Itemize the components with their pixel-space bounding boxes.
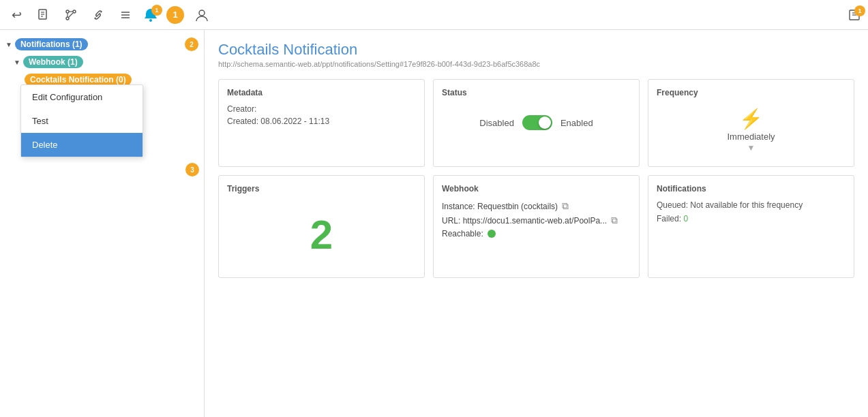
failed-label: Failed:	[657, 214, 681, 223]
back-icon[interactable]: ↩	[7, 5, 26, 25]
failed-count: 0	[683, 214, 688, 223]
lightning-icon: ⚡	[739, 110, 763, 129]
context-edit[interactable]: Edit Configuration	[21, 85, 143, 109]
triggers-panel: Triggers 2	[218, 175, 425, 278]
svg-point-14	[199, 10, 205, 16]
notification-count-badge: 1	[151, 5, 162, 16]
copy-instance-icon[interactable]: ⧉	[562, 200, 569, 212]
svg-point-6	[66, 17, 69, 20]
context-delete[interactable]: Delete	[21, 133, 143, 157]
reachable-label: Reachable:	[442, 229, 483, 238]
webhook-panel-title: Webhook	[442, 184, 631, 194]
branch-icon[interactable]	[61, 5, 80, 25]
notification-bell-icon[interactable]: 1	[143, 7, 158, 22]
toolbar-right: 1	[848, 8, 861, 22]
sidebar-step3-badge: 3	[185, 163, 199, 176]
dropdown-arrow-icon[interactable]: ▼	[747, 143, 755, 153]
frequency-label: Immediately	[727, 132, 775, 142]
notifications-panel-title: Notifications	[657, 184, 845, 194]
notifications-tag[interactable]: Notifications (1)	[15, 38, 88, 50]
trigger-count: 2	[227, 200, 416, 269]
context-test[interactable]: Test	[21, 109, 143, 133]
user-icon[interactable]	[192, 5, 211, 25]
sidebar-item-webhook[interactable]: ▼ Webhook (1)	[0, 53, 204, 71]
url-label: URL: https://docu1.semantic-web.at/PoolP…	[442, 216, 607, 226]
document-icon[interactable]	[34, 5, 53, 25]
right-badge-icon: 1	[848, 8, 861, 22]
frequency-panel-title: Frequency	[657, 88, 845, 97]
main-layout: ▼ Notifications (1) 2 ▼ Webhook (1) Cock…	[0, 30, 868, 417]
status-panel: Status Disabled Enabled	[433, 79, 640, 167]
sidebar: ▼ Notifications (1) 2 ▼ Webhook (1) Cock…	[0, 30, 205, 417]
queued-text: Queued: Not available for this frequency	[657, 200, 845, 210]
webhook-tag[interactable]: Webhook (1)	[23, 56, 83, 68]
bottom-panels-row: Triggers 2 Webhook Instance: Requestbin …	[218, 175, 854, 278]
frequency-panel: Frequency ⚡ Immediately ▼	[648, 79, 854, 167]
webhook-arrow: ▼	[14, 59, 20, 66]
creator-row: Creator:	[227, 104, 416, 114]
right-count-badge: 1	[854, 5, 865, 16]
webhook-panel: Webhook Instance: Requestbin (cocktails)…	[433, 175, 640, 278]
triggers-panel-title: Triggers	[227, 184, 416, 194]
copy-url-icon[interactable]: ⧉	[611, 215, 618, 226]
metadata-panel-title: Metadata	[227, 88, 416, 97]
sidebar-item-notifications[interactable]: ▼ Notifications (1) 2	[0, 35, 204, 53]
toggle-knob	[539, 117, 551, 129]
svg-point-4	[66, 10, 69, 13]
list-icon[interactable]	[116, 5, 135, 25]
notifications-arrow: ▼	[5, 41, 12, 48]
svg-point-13	[149, 19, 152, 22]
url-row: URL: https://docu1.semantic-web.at/PoolP…	[442, 215, 631, 226]
sidebar-step2-badge: 2	[185, 37, 198, 51]
frequency-content: ⚡ Immediately ▼	[657, 104, 845, 158]
instance-row: Instance: Requestbin (cocktails) ⧉	[442, 200, 631, 212]
created-row: Created: 08.06.2022 - 11:13	[227, 117, 416, 126]
context-menu: Edit Configuration Test Delete	[20, 84, 143, 157]
svg-point-5	[73, 10, 76, 13]
enabled-label: Enabled	[560, 118, 593, 128]
page-subtitle: http://schema.semantic-web.at/ppt/notifi…	[218, 60, 854, 68]
page-title: Cocktails Notification	[218, 41, 854, 59]
top-panels-row: Metadata Creator: Created: 08.06.2022 - …	[218, 79, 854, 167]
step1-badge[interactable]: 1	[166, 6, 184, 24]
status-toggle[interactable]	[522, 115, 552, 130]
notifications-panel: Notifications Queued: Not available for …	[648, 175, 854, 278]
reachable-indicator	[488, 230, 496, 238]
instance-label: Instance: Requestbin (cocktails)	[442, 202, 558, 211]
toolbar: ↩ 1 1 1	[0, 0, 868, 30]
status-panel-title: Status	[442, 88, 631, 97]
link-icon[interactable]	[89, 5, 108, 25]
metadata-panel: Metadata Creator: Created: 08.06.2022 - …	[218, 79, 425, 167]
toggle-row: Disabled Enabled	[442, 104, 631, 141]
creator-label: Creator:	[227, 104, 256, 114]
disabled-label: Disabled	[479, 118, 514, 128]
content-area: Cocktails Notification http://schema.sem…	[205, 30, 868, 417]
svg-line-9	[69, 13, 73, 17]
reachable-row: Reachable:	[442, 229, 631, 238]
failed-row: Failed: 0	[657, 214, 845, 223]
